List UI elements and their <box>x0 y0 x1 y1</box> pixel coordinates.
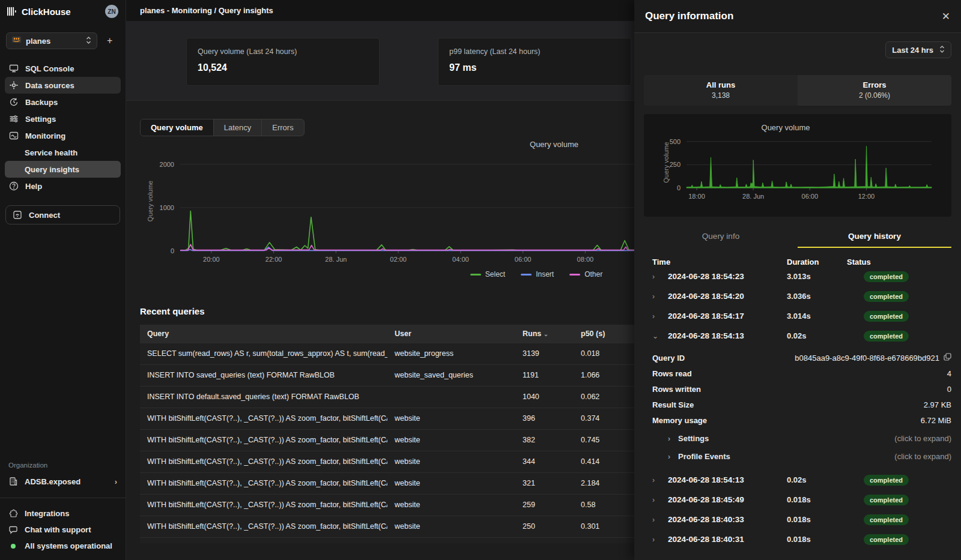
connect-icon <box>13 210 22 220</box>
toggle-all-runs[interactable]: All runs 3,138 <box>644 75 798 106</box>
sidebar-item-data-sources[interactable]: Data sources <box>5 77 121 94</box>
svg-text:Query volume: Query volume <box>762 123 810 132</box>
cell-runs: 344 <box>515 451 574 472</box>
cell-query: WITH bitShiftLeft(CAST(?..), _CAST(?..))… <box>140 494 387 516</box>
chevron-icon[interactable]: › <box>652 476 661 484</box>
column-header-duration: Duration <box>787 257 847 266</box>
cell-user <box>387 386 515 408</box>
brand-name: ClickHouse <box>22 7 71 17</box>
sidebar-item-monitoring[interactable]: Monitoring <box>5 127 121 144</box>
chevron-icon[interactable]: › <box>652 496 661 504</box>
svg-text:1000: 1000 <box>160 204 174 211</box>
history-duration: 3.013s <box>787 272 847 281</box>
chevron-icon[interactable]: › <box>652 516 661 524</box>
history-row[interactable]: › 2024-06-28 18:54:23 3.013s completed <box>644 266 951 286</box>
history-rows: › 2024-06-28 18:54:13 0.02s completed › … <box>644 470 951 549</box>
detail-row: Rows read 4 <box>644 369 951 378</box>
sidebar-item-help[interactable]: Help <box>5 178 121 194</box>
history-header: Time Duration Status <box>644 257 951 266</box>
sidebar-item-chat-support[interactable]: Chat with support <box>0 522 126 538</box>
legend-swatch-other <box>569 274 580 275</box>
chart-tabs: Query volume Latency Errors <box>140 119 305 136</box>
connect-button[interactable]: Connect <box>5 205 120 224</box>
history-time: 2024-06-28 18:40:33 <box>661 515 787 524</box>
sidebar-item-settings[interactable]: Settings <box>5 110 121 127</box>
history-row[interactable]: ⌄ 2024-06-28 18:54:13 0.02s completed <box>644 326 951 346</box>
copy-icon[interactable] <box>944 353 951 363</box>
close-icon[interactable]: ✕ <box>942 11 950 22</box>
status-badge: completed <box>864 495 909 505</box>
mini-query-volume-chart[interactable]: 025050018:0028. Jun06:0012:00Query volum… <box>644 114 951 217</box>
chevron-icon[interactable]: › <box>652 292 661 301</box>
detail-value: 2.97 KB <box>924 400 951 409</box>
history-duration: 0.018s <box>787 535 847 544</box>
detail-value: 4 <box>947 369 951 378</box>
history-row[interactable]: › 2024-06-28 18:54:17 3.014s completed <box>644 306 951 326</box>
svg-text:2000: 2000 <box>160 161 174 168</box>
toggle-errors[interactable]: Errors 2 (0.06%) <box>798 75 951 106</box>
expandable-settings[interactable]: ›Settings (click to expand) <box>644 434 951 443</box>
status-badge: completed <box>864 271 909 282</box>
chevron-icon[interactable]: › <box>652 312 661 321</box>
sidebar-item-service-health[interactable]: Service health <box>5 144 121 161</box>
legend-item-other[interactable]: Other <box>569 270 602 278</box>
avatar[interactable]: ZN <box>105 5 118 18</box>
breadcrumb: planes - Monitoring / Query insights <box>140 6 273 15</box>
history-row[interactable]: › 2024-06-28 18:40:31 0.018s completed <box>644 529 951 549</box>
query-id-value: b0845aa9-a8c9-49f0-8f68-e678669bd921 <box>795 354 939 363</box>
tab-query-history[interactable]: Query history <box>798 226 951 248</box>
time-range-select[interactable]: Last 24 hrs <box>885 41 951 58</box>
status-badge: completed <box>864 331 909 342</box>
column-header-query[interactable]: Query <box>140 325 387 343</box>
sidebar-item-backups[interactable]: Backups <box>5 94 121 110</box>
expandable-profile-events[interactable]: ›Profile Events (click to expand) <box>644 452 951 461</box>
svg-text:0: 0 <box>677 184 681 191</box>
detail-label: Rows written <box>652 385 701 394</box>
tab-errors[interactable]: Errors <box>261 119 303 136</box>
cell-runs: 3139 <box>515 343 574 364</box>
cell-user: website <box>387 451 515 472</box>
svg-text:08:00: 08:00 <box>577 256 594 263</box>
tab-query-info[interactable]: Query info <box>644 226 798 248</box>
tab-latency[interactable]: Latency <box>213 119 262 136</box>
sidebar-item-integrations[interactable]: Integrations <box>0 505 126 522</box>
legend-item-insert[interactable]: Insert <box>521 270 554 278</box>
svg-text:04:00: 04:00 <box>452 256 469 263</box>
chevron-icon[interactable]: › <box>652 272 661 281</box>
svg-text:22:00: 22:00 <box>265 256 282 263</box>
history-duration: 0.018s <box>787 515 847 524</box>
svg-text:18:00: 18:00 <box>688 193 705 200</box>
cell-query: WITH bitShiftLeft(CAST(?..), _CAST(?..))… <box>140 429 387 451</box>
history-row[interactable]: › 2024-06-28 18:40:33 0.018s completed <box>644 510 951 529</box>
history-row[interactable]: › 2024-06-28 18:54:20 3.036s completed <box>644 286 951 306</box>
history-time: 2024-06-28 18:54:23 <box>661 272 787 281</box>
sidebar-item-sql-console[interactable]: SQL Console <box>5 60 121 77</box>
legend-item-select[interactable]: Select <box>470 270 505 278</box>
chevron-icon[interactable]: ⌄ <box>652 332 661 340</box>
add-service-button[interactable]: + <box>103 35 116 46</box>
organization-item[interactable]: ADSB.exposed › <box>0 472 126 490</box>
service-selector[interactable]: planes <box>6 32 97 49</box>
history-row[interactable]: › 2024-06-28 18:45:49 0.018s completed <box>644 490 951 510</box>
stat-label: p99 latency (Last 24 hours) <box>449 47 620 56</box>
history-rows: › 2024-06-28 18:54:23 3.013s completed ›… <box>644 266 951 346</box>
detail-value: 6.72 MiB <box>921 416 951 425</box>
cell-runs: 1191 <box>515 364 574 386</box>
sidebar-item-query-insights[interactable]: Query insights <box>5 161 121 178</box>
chevron-icon[interactable]: › <box>652 535 661 544</box>
column-header-status: Status <box>847 257 951 266</box>
panel-tabs: Query info Query history <box>644 226 951 248</box>
tab-query-volume[interactable]: Query volume <box>141 119 213 136</box>
history-duration: 3.014s <box>787 312 847 321</box>
cell-query: WITH bitShiftLeft(CAST(?..), _CAST(?..))… <box>140 408 387 429</box>
column-header-runs[interactable]: Runs ⌄ <box>515 325 574 343</box>
settings-sliders-icon <box>9 114 19 124</box>
sidebar: ClickHouse ZN planes + SQL Console Data … <box>0 0 126 560</box>
svg-text:02:00: 02:00 <box>390 256 407 263</box>
history-row[interactable]: › 2024-06-28 18:54:13 0.02s completed <box>644 470 951 490</box>
column-header-user[interactable]: User <box>387 325 515 343</box>
system-status-item[interactable]: All systems operational <box>0 538 126 554</box>
detail-row-query-id: Query ID b0845aa9-a8c9-49f0-8f68-e678669… <box>644 353 951 363</box>
svg-text:250: 250 <box>670 161 681 168</box>
help-icon <box>9 181 19 191</box>
